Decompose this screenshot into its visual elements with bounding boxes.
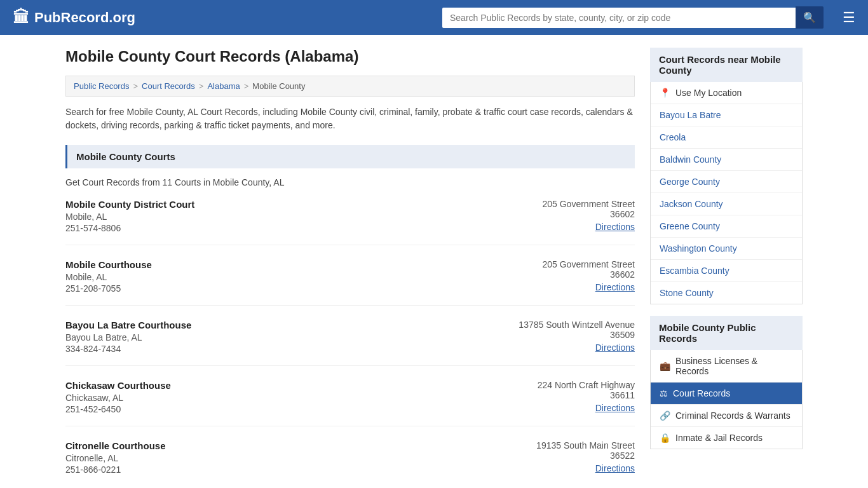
content-area: Mobile County Court Records (Alabama) Pu… (65, 48, 635, 488)
breadcrumb-item-alabama[interactable]: Alabama (207, 81, 240, 91)
court-name: Citronelle Courthouse (65, 440, 495, 451)
court-entry: Citronelle Courthouse Citronelle, AL 251… (65, 440, 635, 486)
court-zip: 36602 (508, 209, 635, 219)
court-zip: 36602 (508, 269, 635, 280)
nearby-link-label: George County (660, 177, 720, 187)
court-street: 205 Government Street (508, 199, 635, 209)
nearby-link[interactable]: Creola (651, 126, 802, 149)
court-geo: 224 North Craft Highway 36611 Directions (508, 380, 635, 414)
search-icon: 🔍 (803, 12, 816, 23)
nearby-link-label: Stone County (660, 288, 714, 298)
court-street: 205 Government Street (508, 259, 635, 269)
pr-link-label: Court Records (673, 388, 730, 398)
court-city-state: Citronelle, AL (65, 453, 495, 463)
directions-link[interactable]: Directions (595, 342, 635, 353)
court-city-state: Mobile, AL (65, 272, 495, 282)
logo-icon: 🏛 (13, 8, 29, 27)
nearby-link-label: Bayou La Batre (660, 110, 721, 120)
court-entry: Mobile Courthouse Mobile, AL 251-208-705… (65, 259, 635, 306)
court-phone: 251-452-6450 (65, 404, 495, 414)
pr-link-label: Business Licenses & Records (675, 356, 793, 376)
nearby-link-label: Escambia County (660, 266, 729, 276)
court-zip: 36611 (508, 390, 635, 400)
site-header: 🏛 PubRecord.org 🔍 ☰ (0, 0, 868, 35)
nearby-link[interactable]: Greene County (651, 215, 802, 238)
court-street: 224 North Craft Highway (508, 380, 635, 390)
nearby-link[interactable]: George County (651, 171, 802, 193)
nearby-link-label: Baldwin County (660, 154, 721, 165)
courts-list: Mobile County District Court Mobile, AL … (65, 199, 635, 486)
breadcrumb-item-public-records[interactable]: Public Records (74, 81, 129, 91)
site-logo[interactable]: 🏛 PubRecord.org (13, 8, 135, 27)
directions-link[interactable]: Directions (595, 282, 635, 292)
court-phone: 334-824-7434 (65, 344, 495, 354)
breadcrumb-sep-3: > (244, 81, 249, 91)
search-bar: 🔍 (442, 6, 824, 29)
court-phone: 251-574-8806 (65, 223, 495, 233)
pr-icon: ⚖ (660, 388, 668, 398)
court-street: 13785 South Wintzell Avenue (508, 320, 635, 330)
nearby-link[interactable]: Baldwin County (651, 149, 802, 171)
location-icon: 📍 (660, 88, 670, 98)
pr-link-label: Inmate & Jail Records (675, 433, 763, 443)
courts-count: Get Court Records from 11 Courts in Mobi… (65, 177, 635, 187)
use-my-location-link[interactable]: 📍 Use My Location (651, 82, 802, 104)
court-name: Chickasaw Courthouse (65, 380, 495, 391)
nearby-link-label: Jackson County (660, 199, 723, 209)
public-records-links-container: 💼 Business Licenses & Records ⚖ Court Re… (650, 350, 803, 449)
breadcrumb-sep-1: > (133, 81, 138, 91)
pr-icon: 🔒 (660, 433, 670, 443)
court-info: Bayou La Batre Courthouse Bayou La Batre… (65, 320, 495, 354)
court-city-state: Bayou La Batre, AL (65, 332, 495, 342)
court-city-state: Chickasaw, AL (65, 393, 495, 403)
courts-section-header: Mobile County Courts (65, 145, 635, 168)
pr-icon: 💼 (660, 361, 670, 371)
court-geo: 205 Government Street 36602 Directions (508, 259, 635, 294)
nearby-link[interactable]: Washington County (651, 238, 802, 260)
public-records-section-title: Mobile County Public Records (650, 316, 803, 350)
nearby-link-label: Washington County (660, 243, 737, 254)
public-records-link[interactable]: ⚖ Court Records (651, 383, 802, 405)
court-info: Mobile Courthouse Mobile, AL 251-208-705… (65, 259, 495, 294)
breadcrumb-item-mobile-county: Mobile County (252, 81, 305, 91)
pr-icon: 🔗 (660, 410, 670, 421)
court-geo: 13785 South Wintzell Avenue 36509 Direct… (508, 320, 635, 354)
public-records-link[interactable]: 💼 Business Licenses & Records (651, 350, 802, 383)
search-input[interactable] (442, 8, 796, 28)
directions-link[interactable]: Directions (595, 463, 635, 473)
nearby-link[interactable]: Stone County (651, 282, 802, 304)
court-info: Citronelle Courthouse Citronelle, AL 251… (65, 440, 495, 475)
court-name: Mobile County District Court (65, 199, 495, 210)
court-street: 19135 South Main Street (508, 440, 635, 451)
menu-icon[interactable]: ☰ (843, 10, 855, 26)
court-entry: Mobile County District Court Mobile, AL … (65, 199, 635, 245)
nearby-section-title: Court Records near Mobile County (650, 48, 803, 82)
court-geo: 205 Government Street 36602 Directions (508, 199, 635, 233)
court-info: Chickasaw Courthouse Chickasaw, AL 251-4… (65, 380, 495, 414)
nearby-link[interactable]: Escambia County (651, 260, 802, 282)
nearby-link[interactable]: Bayou La Batre (651, 104, 802, 126)
court-phone: 251-866-0221 (65, 464, 495, 475)
nearby-link-label: Greene County (660, 221, 720, 231)
nearby-link[interactable]: Jackson County (651, 193, 802, 215)
main-container: Mobile County Court Records (Alabama) Pu… (53, 35, 815, 488)
nearby-links-list: Bayou La BatreCreolaBaldwin CountyGeorge… (651, 104, 802, 304)
search-button[interactable]: 🔍 (796, 6, 824, 29)
breadcrumb-item-court-records[interactable]: Court Records (142, 81, 195, 91)
pr-link-label: Criminal Records & Warrants (675, 410, 790, 421)
nearby-link-label: Creola (660, 132, 686, 142)
sidebar: Court Records near Mobile County 📍 Use M… (650, 48, 803, 488)
court-zip: 36522 (508, 451, 635, 461)
breadcrumb-sep-2: > (199, 81, 204, 91)
court-city-state: Mobile, AL (65, 212, 495, 222)
directions-link[interactable]: Directions (595, 222, 635, 232)
public-records-link[interactable]: 🔗 Criminal Records & Warrants (651, 405, 802, 427)
nearby-links-container: 📍 Use My Location Bayou La BatreCreolaBa… (650, 82, 803, 304)
breadcrumb: Public Records > Court Records > Alabama… (65, 76, 635, 97)
court-name: Mobile Courthouse (65, 259, 495, 270)
court-phone: 251-208-7055 (65, 283, 495, 294)
public-records-link[interactable]: 🔒 Inmate & Jail Records (651, 427, 802, 449)
court-entry: Bayou La Batre Courthouse Bayou La Batre… (65, 320, 635, 366)
court-zip: 36509 (508, 330, 635, 340)
directions-link[interactable]: Directions (595, 403, 635, 413)
